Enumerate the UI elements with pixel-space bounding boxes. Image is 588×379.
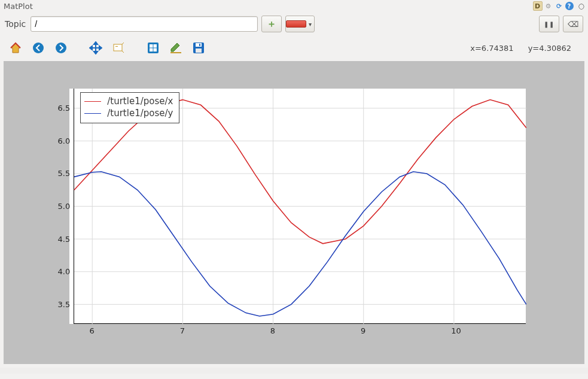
legend-swatch-icon [84, 113, 101, 114]
plot-svg [74, 89, 526, 324]
legend-label: /turtle1/pose/y [107, 108, 173, 119]
clear-icon: ⌫ [568, 20, 578, 29]
plus-icon: ＋ [267, 18, 276, 31]
mpl-toolbar: x=6.74381 y=4.30862 [0, 36, 588, 61]
y-tick-label: 5.0 [52, 202, 70, 211]
window-title: MatPlot [4, 2, 33, 11]
titlebar-icons: D ⚙ ⟳ ? ○ [533, 1, 584, 11]
svg-point-0 [33, 43, 44, 53]
y-readout: y=4.30862 [528, 44, 571, 53]
help-icon[interactable]: ? [565, 2, 574, 10]
svg-rect-14 [170, 52, 181, 53]
topic-row: Topic ＋ ▾ ❚❚ ⌫ [0, 12, 588, 36]
pan-button[interactable] [87, 40, 104, 56]
pause-icon: ❚❚ [544, 21, 555, 28]
x-tick-label: 9 [361, 326, 365, 335]
gear-icon[interactable]: ⚙ [544, 1, 553, 11]
svg-rect-17 [196, 48, 202, 53]
y-tick-label: 4.0 [52, 267, 70, 276]
plot-canvas[interactable]: /turtle1/pose/x /turtle1/pose/y 6789103.… [4, 61, 584, 364]
configure-subplots-button[interactable] [145, 40, 162, 56]
y-tick-label: 4.5 [52, 235, 70, 244]
forward-button[interactable] [53, 40, 69, 56]
legend-swatch-icon [84, 101, 101, 102]
topic-input[interactable] [31, 16, 258, 32]
legend-entry: /turtle1/pose/x [84, 95, 173, 107]
x-tick-label: 10 [451, 326, 461, 335]
legend-entry: /turtle1/pose/y [84, 107, 173, 119]
svg-point-1 [56, 43, 66, 53]
status-dot-icon: ○ [578, 2, 584, 10]
series-line [74, 172, 526, 316]
x-tick-label: 6 [90, 326, 95, 335]
zoom-button[interactable] [110, 40, 127, 56]
plot-legend: /turtle1/pose/x /turtle1/pose/y [80, 92, 179, 123]
clear-button[interactable]: ⌫ [563, 16, 583, 32]
x-tick-label: 8 [270, 326, 275, 335]
plot-axes: /turtle1/pose/x /turtle1/pose/y [74, 89, 526, 324]
topic-label: Topic [5, 19, 27, 29]
statusbar [0, 368, 588, 374]
svg-rect-16 [196, 43, 202, 47]
y-tick-label: 6.5 [52, 104, 70, 113]
chevron-down-icon: ▾ [309, 21, 312, 28]
x-tick-label: 7 [180, 326, 185, 335]
minus-icon [286, 20, 306, 28]
pause-button[interactable]: ❚❚ [539, 16, 559, 32]
d-icon[interactable]: D [533, 1, 543, 11]
back-button[interactable] [30, 40, 47, 56]
svg-rect-9 [115, 46, 118, 47]
svg-marker-4 [94, 42, 98, 44]
x-readout: x=6.74381 [470, 44, 513, 53]
svg-rect-8 [114, 44, 122, 51]
add-topic-button[interactable]: ＋ [261, 16, 282, 32]
y-tick-label: 5.5 [52, 169, 70, 178]
home-button[interactable] [7, 40, 24, 56]
save-button[interactable] [190, 40, 207, 56]
svg-marker-6 [90, 46, 92, 50]
coordinate-readout: x=6.74381 y=4.30862 [470, 44, 581, 53]
titlebar: MatPlot D ⚙ ⟳ ? ○ [0, 0, 588, 12]
plot-grid [74, 89, 526, 324]
y-tick-label: 3.5 [52, 300, 70, 309]
svg-marker-5 [94, 51, 98, 54]
edit-button[interactable] [167, 40, 184, 56]
legend-label: /turtle1/pose/x [107, 96, 173, 107]
refresh-icon[interactable]: ⟳ [555, 1, 564, 11]
svg-marker-7 [99, 46, 102, 50]
y-tick-label: 6.0 [52, 137, 70, 145]
remove-topic-button[interactable]: ▾ [285, 16, 315, 32]
svg-rect-18 [199, 44, 200, 46]
